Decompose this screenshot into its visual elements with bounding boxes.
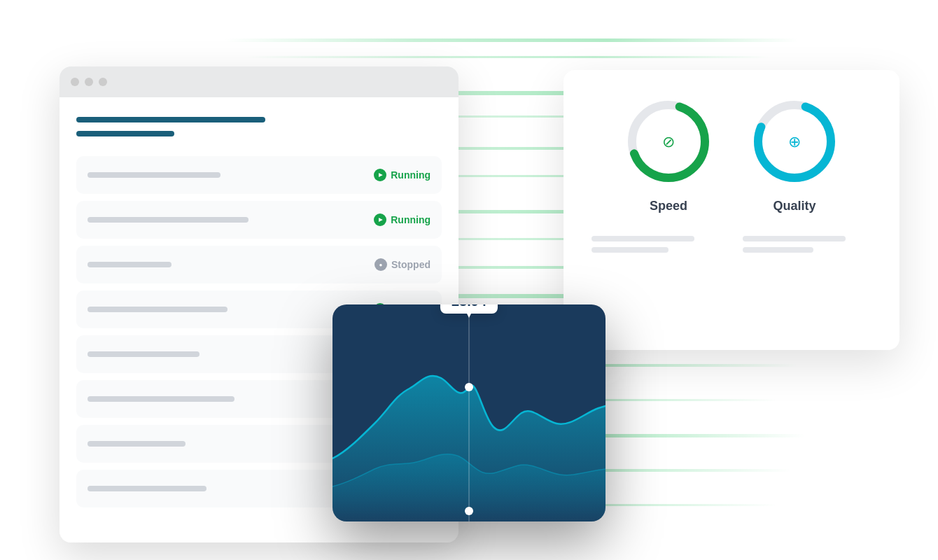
chart-svg xyxy=(332,304,606,522)
list-item-bar xyxy=(88,396,234,402)
list-item-bar xyxy=(88,441,186,447)
speed-gauge-container: ⊘ Speed xyxy=(620,92,718,214)
list-item-bar xyxy=(88,307,227,312)
chart-tooltip: 23.94 xyxy=(440,304,498,314)
placeholder-bar xyxy=(592,247,668,253)
scene: Running Running Stopped xyxy=(0,0,938,560)
status-badge-stopped: Stopped xyxy=(374,258,430,271)
svg-text:⊕: ⊕ xyxy=(788,133,801,150)
quality-gauge-svg: ⊕ xyxy=(746,92,844,190)
status-dot-running xyxy=(374,214,386,226)
status-badge-running: Running xyxy=(374,169,430,181)
chart-card: 23.94 xyxy=(332,304,606,522)
list-item: Stopped xyxy=(76,246,442,284)
header-bar-small xyxy=(76,131,174,136)
list-item-bar xyxy=(88,217,248,223)
browser-dot-2 xyxy=(85,78,93,86)
status-text: Running xyxy=(391,169,430,181)
dashboard-card: ⊘ Speed ⊕ Quality xyxy=(564,70,899,350)
list-item-bar xyxy=(88,172,220,178)
chart-tooltip-value: 23.94 xyxy=(451,304,486,309)
chart-inner xyxy=(332,304,606,522)
crosshair-dot-bottom xyxy=(465,507,473,515)
quality-placeholder-bars xyxy=(743,236,872,258)
list-item: Running xyxy=(76,156,442,194)
list-item-bar xyxy=(88,486,206,491)
list-item: Running xyxy=(76,201,442,239)
crosshair-dot-top xyxy=(465,383,473,391)
status-text: Stopped xyxy=(391,259,430,270)
status-badge-running: Running xyxy=(374,214,430,226)
list-item-bar xyxy=(88,351,200,357)
placeholder-bar xyxy=(743,236,846,241)
placeholder-bar xyxy=(743,247,813,253)
browser-dot-1 xyxy=(71,78,79,86)
speed-placeholder-bars xyxy=(592,236,720,258)
status-text: Running xyxy=(391,214,430,225)
browser-titlebar xyxy=(59,66,458,97)
gauges-row: ⊘ Speed ⊕ Quality xyxy=(586,92,877,214)
placeholder-bar xyxy=(592,236,694,241)
speed-gauge-svg: ⊘ xyxy=(620,92,718,190)
streak-line-1 xyxy=(245,56,770,58)
quality-label: Quality xyxy=(773,199,816,214)
header-bar-large xyxy=(76,117,265,122)
list-item-bar xyxy=(88,262,172,267)
status-dot-running xyxy=(374,169,386,181)
browser-dot-3 xyxy=(99,78,107,86)
status-dot-stopped xyxy=(374,258,387,271)
quality-gauge-container: ⊕ Quality xyxy=(746,92,844,214)
speed-label: Speed xyxy=(650,199,687,214)
svg-text:⊘: ⊘ xyxy=(662,133,675,150)
streak-line-0 xyxy=(224,38,798,42)
dashboard-placeholder-bars xyxy=(586,236,877,258)
